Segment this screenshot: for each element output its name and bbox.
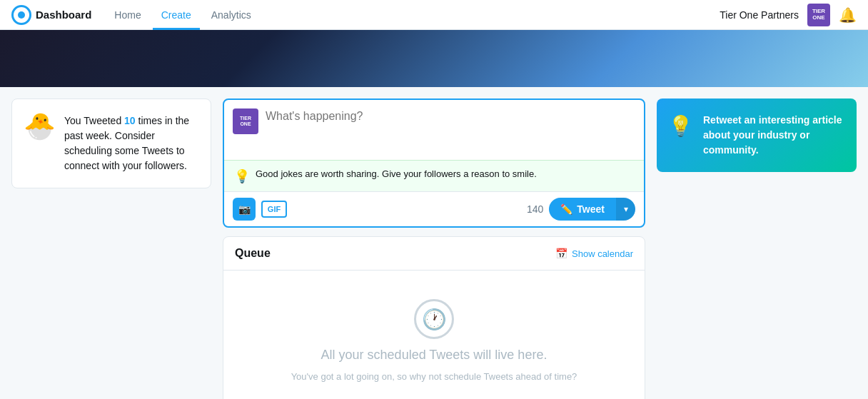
queue-empty-title: All your scheduled Tweets will live here…: [321, 348, 547, 363]
tweet-button-group: ✏️ Tweet ▾: [549, 198, 635, 221]
tweet-stats-prefix: You Tweeted: [64, 115, 124, 126]
logo-icon: [11, 5, 31, 25]
tweet-button[interactable]: ✏️ Tweet: [549, 198, 616, 221]
nav-links: Home Create Analytics: [106, 0, 259, 30]
compose-hint: 💡 Good jokes are worth sharing. Give you…: [224, 160, 644, 191]
retweet-suggestion-text: Retweet an interesting article about you…: [703, 113, 845, 158]
edit-icon: ✏️: [560, 203, 572, 215]
show-calendar-button[interactable]: 📅 Show calendar: [555, 248, 633, 259]
queue-section: Queue 📅 Show calendar 🕐 All your schedul…: [223, 236, 645, 399]
logo-text: Dashboard: [36, 9, 91, 21]
avatar-initials: TIERONE: [812, 9, 825, 21]
char-count: 140: [527, 203, 543, 215]
logo[interactable]: Dashboard: [11, 5, 91, 25]
queue-empty-state: 🕐 All your scheduled Tweets will live he…: [223, 271, 645, 399]
queue-header: Queue 📅 Show calendar: [223, 237, 645, 271]
chick-icon: 🐣: [24, 113, 56, 139]
compose-header: TIERONE: [224, 100, 644, 160]
user-name: Tier One Partners: [720, 9, 799, 21]
calendar-icon: 📅: [555, 248, 567, 259]
retweet-suggestion-card: 💡 Retweet an interesting article about y…: [657, 99, 857, 172]
gif-label: GIF: [268, 205, 281, 213]
tweet-count: 10: [124, 115, 136, 126]
queue-title: Queue: [235, 247, 271, 260]
queue-empty-subtitle: You've got a lot going on, so why not sc…: [291, 371, 577, 382]
tweet-stats-text: You Tweeted 10 times in the past week. C…: [64, 113, 199, 173]
lightbulb-icon: 💡: [668, 114, 693, 138]
notification-bell-icon[interactable]: 🔔: [839, 6, 857, 24]
compose-avatar: TIERONE: [233, 108, 258, 134]
nav-link-analytics[interactable]: Analytics: [203, 0, 260, 30]
camera-icon: 📷: [238, 203, 251, 215]
hint-text: Good jokes are worth sharing. Give your …: [256, 168, 537, 181]
tweet-dropdown-button[interactable]: ▾: [616, 198, 635, 221]
gif-button[interactable]: GIF: [261, 201, 287, 218]
clock-icon: 🕐: [414, 299, 454, 339]
compose-input[interactable]: [266, 108, 635, 151]
nav-right: Tier One Partners TIERONE 🔔: [720, 4, 857, 26]
nav-link-create[interactable]: Create: [153, 0, 200, 30]
show-calendar-label: Show calendar: [572, 248, 633, 259]
nav-link-home[interactable]: Home: [106, 0, 149, 30]
chevron-down-icon: ▾: [624, 204, 628, 214]
main-content: 🐣 You Tweeted 10 times in the past week.…: [0, 87, 868, 399]
compose-footer: 📷 GIF 140 ✏️ Tweet ▾: [224, 191, 644, 226]
navigation: Dashboard Home Create Analytics Tier One…: [0, 0, 868, 30]
avatar[interactable]: TIERONE: [807, 4, 830, 26]
center-panel: TIERONE 💡 Good jokes are worth sharing. …: [223, 99, 645, 399]
compose-box: TIERONE 💡 Good jokes are worth sharing. …: [223, 99, 645, 228]
hero-banner: [0, 30, 868, 87]
tweet-stats-card: 🐣 You Tweeted 10 times in the past week.…: [11, 99, 211, 188]
lightbulb-icon: 💡: [234, 168, 250, 184]
photo-button[interactable]: 📷: [233, 198, 256, 221]
tweet-label: Tweet: [577, 203, 605, 215]
